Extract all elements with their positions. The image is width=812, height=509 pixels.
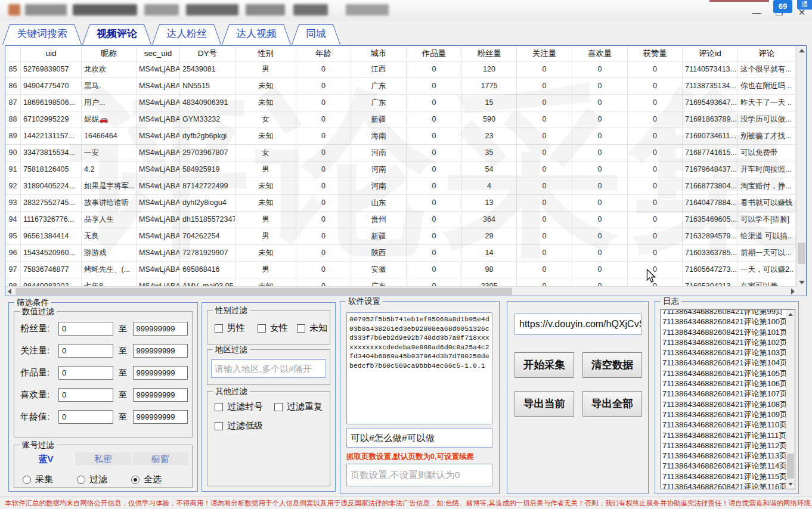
column-header-城市[interactable]: 城市 <box>351 46 407 61</box>
radio-collect[interactable]: 采集 <box>23 474 53 485</box>
min-value-input[interactable]: 0 <box>58 344 113 358</box>
log-entry[interactable]: 7113864346882608421评论第101页 <box>662 327 795 337</box>
radio-select-all[interactable]: 全选 <box>131 474 162 485</box>
url-input[interactable]: https://v.douyin.com/hQXjCvS/ <box>515 314 641 335</box>
max-value-input[interactable]: 999999999 <box>133 344 188 358</box>
corner-badge[interactable]: 通 <box>797 0 812 10</box>
log-entry[interactable]: 7113864346882608421评论第100页 <box>662 316 795 327</box>
tab-同城[interactable]: 同城 <box>292 24 340 45</box>
table-vertical-scrollbar[interactable] <box>796 46 806 287</box>
table-row[interactable]: 8867102995229妮妮🚗MS4wLjABAA...GYM33232女0新… <box>5 111 796 128</box>
tab-视频评论[interactable]: 视频评论 <box>82 24 151 45</box>
max-value-input[interactable]: 999999999 <box>133 410 188 424</box>
column-header-sec_uid[interactable]: sec_uid <box>137 46 180 61</box>
column-header-作品量[interactable]: 作品量 <box>407 46 462 61</box>
max-value-input[interactable]: 999999999 <box>133 322 188 336</box>
column-header-评论id[interactable]: 评论id <box>683 46 738 61</box>
radio-select-all-icon[interactable] <box>131 476 140 484</box>
tab-关键词搜索[interactable]: 关键词搜索 <box>2 24 82 45</box>
scroll-left-icon[interactable] <box>8 288 11 294</box>
tab-private[interactable]: 私密 <box>75 452 131 465</box>
checkbox-lowlevel[interactable]: 过滤低级 <box>215 420 263 432</box>
clear-data-button[interactable]: 清空数据 <box>582 352 642 378</box>
min-value-input[interactable]: 0 <box>58 366 113 380</box>
column-header-性别[interactable]: 性别 <box>235 46 296 61</box>
log-entry[interactable]: 7113864346882608421评论第107页 <box>662 389 795 399</box>
column-header-uid[interactable]: uid <box>21 46 82 61</box>
log-entry[interactable]: 7113864346882608421评论第112页 <box>662 440 795 451</box>
log-scroll-thumb[interactable] <box>787 454 794 479</box>
scroll-down-icon[interactable] <box>799 281 805 284</box>
table-row[interactable]: 9596561384414无良MS4wLjABAA...704262254男0新… <box>5 228 796 245</box>
log-entry[interactable]: 7113864346882608421评论第109页 <box>662 409 795 420</box>
radio-collect-icon[interactable] <box>23 476 31 484</box>
column-header-获赞量[interactable]: 获赞量 <box>628 46 683 61</box>
checkbox-male-icon[interactable] <box>215 324 223 333</box>
token-textarea[interactable]: 007952f5b5b741eb1ef95068a8d1b95e4d03b8a4… <box>346 312 492 424</box>
export-all-button[interactable]: 导出全部 <box>582 391 642 417</box>
checkbox-male[interactable]: 男性 <box>215 322 245 334</box>
export-current-button[interactable]: 导出当前 <box>515 391 574 417</box>
minimize-button[interactable]: — <box>750 7 763 19</box>
vertical-scroll-thumb[interactable] <box>798 243 805 264</box>
tab-blue-v[interactable]: 蓝V <box>18 452 74 465</box>
log-entry[interactable]: 7113864346882608421评论第102页 <box>662 337 795 347</box>
log-entry[interactable]: 7113864346882608421评论第106页 <box>662 378 795 389</box>
log-entry[interactable]: 7113864346882608421评论第104页 <box>662 358 795 368</box>
pages-input[interactable]: 页数设置,不设置则默认为0 <box>346 464 492 486</box>
min-value-input[interactable]: 0 <box>58 410 113 424</box>
column-header-年龄[interactable]: 年龄 <box>296 46 351 61</box>
log-entry[interactable]: 7113864346882608421评论第111页 <box>662 430 795 440</box>
scroll-up-icon[interactable] <box>799 49 805 52</box>
column-header-DY号[interactable]: DY号 <box>180 46 235 61</box>
tab-达人视频[interactable]: 达人视频 <box>222 24 291 45</box>
table-row[interactable]: 9615434520960...游游戏MS4wLjABAA...72781929… <box>5 245 796 262</box>
log-entry[interactable]: 7113864346882608421评论第115页 <box>662 471 795 482</box>
region-input[interactable]: 请输入地区,多个以#隔开 <box>211 359 326 378</box>
table-row[interactable]: 8914422131157...16466464MS4wLjABAA...dyf… <box>5 128 796 145</box>
table-row[interactable]: 9231890405224...如果是宇将军...MS4wLjABAA...87… <box>5 178 796 195</box>
min-value-input[interactable]: 0 <box>58 322 113 336</box>
log-entry[interactable]: 7113864346882608421评论第105页 <box>662 368 795 378</box>
log-scrollbar[interactable] <box>786 310 795 489</box>
log-entry[interactable]: 7113864346882608421评论第116页 <box>662 482 795 489</box>
radio-filter[interactable]: 过滤 <box>77 474 107 485</box>
table-row[interactable]: 9775836746877烤蚝先生、(...MS4wLjABAA...69586… <box>5 262 796 278</box>
column-header-昵称[interactable]: 昵称 <box>82 46 137 61</box>
table-row[interactable]: 91758181264054.2MS4wLjABAA...584925919男0… <box>5 162 796 178</box>
horizontal-scroll-thumb[interactable] <box>16 288 512 295</box>
tab-达人粉丝[interactable]: 达人粉丝 <box>152 24 221 45</box>
table-row[interactable]: 9033473815534...一安MS4wLjABAA...297039678… <box>5 145 796 162</box>
log-entry[interactable]: 7113864346882608421评论第103页 <box>662 347 795 358</box>
log-scroll-up-icon[interactable] <box>788 313 793 316</box>
log-entry[interactable]: 7113864346882608421评论第113页 <box>662 451 795 461</box>
column-header-评论[interactable]: 评论 <box>738 46 796 61</box>
checkbox-lowlevel-icon[interactable] <box>215 422 223 430</box>
log-scroll-down-icon[interactable] <box>788 483 793 486</box>
table-row[interactable]: 9328327552745...故事讲给谁听MS4wLjABAA...dyhl2… <box>5 195 796 212</box>
checkbox-duplicate-icon[interactable] <box>274 403 283 411</box>
log-entry[interactable]: 7113864346882608421评论第114页 <box>662 461 795 471</box>
checkbox-banned[interactable]: 过滤封号 <box>215 401 263 412</box>
checkbox-duplicate[interactable]: 过滤重复 <box>274 401 323 412</box>
notification-badge[interactable]: 69 <box>773 0 792 13</box>
log-entry[interactable]: 7113864346882608421评论第99页 <box>662 309 795 316</box>
column-header-粉丝量[interactable]: 粉丝量 <box>462 46 517 61</box>
scroll-right-icon[interactable] <box>791 288 795 294</box>
min-value-input[interactable]: 0 <box>58 388 113 402</box>
max-value-input[interactable]: 999999999 <box>133 388 188 402</box>
log-entry[interactable]: 7113864346882608421评论第108页 <box>662 399 795 409</box>
column-header-喜欢量[interactable]: 喜欢量 <box>572 46 628 61</box>
table-row[interactable]: 8694904775470黑马.MS4wLjABAA...NN5515未知0广东… <box>5 78 796 95</box>
keyword-input[interactable]: 可以#怎么做#可以做 <box>346 428 492 448</box>
start-collect-button[interactable]: 开始采集 <box>515 352 574 378</box>
checkbox-unknown[interactable]: 未知 <box>297 322 327 334</box>
tab-showcase[interactable]: 橱窗 <box>132 452 188 465</box>
table-row[interactable]: 8718696198506...用户...MS4wLjABAA...483409… <box>5 95 796 111</box>
checkbox-banned-icon[interactable] <box>215 403 223 411</box>
table-row[interactable]: 9411167326776...品享人生MS4wLjABAA...dh15185… <box>5 212 796 228</box>
checkbox-female[interactable]: 女性 <box>258 322 288 334</box>
checkbox-unknown-icon[interactable] <box>297 324 305 333</box>
radio-filter-icon[interactable] <box>77 476 85 484</box>
table-horizontal-scrollbar[interactable] <box>5 286 797 296</box>
